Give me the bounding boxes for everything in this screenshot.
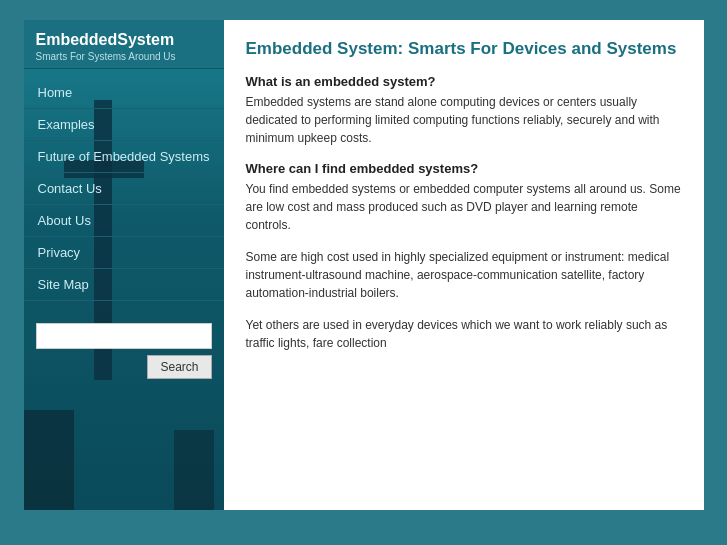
sidebar-header: EmbeddedSystem Smarts For Systems Around… — [24, 20, 224, 69]
content-section-2: Some are high cost used in highly specia… — [246, 248, 682, 302]
sidebar: EmbeddedSystem Smarts For Systems Around… — [24, 20, 224, 510]
site-title: EmbeddedSystem — [36, 30, 212, 49]
page-wrapper: EmbeddedSystem Smarts For Systems Around… — [24, 20, 704, 510]
main-content: Embedded System: Smarts For Devices and … — [224, 20, 704, 510]
nav-contact[interactable]: Contact Us — [24, 173, 224, 205]
section-text-3: Yet others are used in everyday devices … — [246, 316, 682, 352]
sections-container: What is an embedded system?Embedded syst… — [246, 74, 682, 352]
site-subtitle: Smarts For Systems Around Us — [36, 51, 212, 62]
section-text-1: You find embedded systems or embedded co… — [246, 180, 682, 234]
search-area: Search — [24, 311, 224, 367]
section-text-0: Embedded systems are stand alone computi… — [246, 93, 682, 147]
section-text-2: Some are high cost used in highly specia… — [246, 248, 682, 302]
content-section-0: What is an embedded system?Embedded syst… — [246, 74, 682, 147]
nav-menu: HomeExamplesFuture of Embedded SystemsCo… — [24, 77, 224, 301]
search-input[interactable] — [36, 323, 212, 349]
nav-sitemap[interactable]: Site Map — [24, 269, 224, 301]
section-heading-1: Where can I find embedded systems? — [246, 161, 682, 176]
section-heading-0: What is an embedded system? — [246, 74, 682, 89]
building-right — [174, 430, 214, 510]
site-title-regular: System — [117, 31, 174, 48]
content-section-1: Where can I find embedded systems?You fi… — [246, 161, 682, 234]
building-left — [24, 410, 74, 510]
nav-about[interactable]: About Us — [24, 205, 224, 237]
page-title: Embedded System: Smarts For Devices and … — [246, 38, 682, 60]
content-section-3: Yet others are used in everyday devices … — [246, 316, 682, 352]
search-button[interactable]: Search — [147, 355, 211, 379]
site-title-bold: Embedded — [36, 31, 118, 48]
nav-privacy[interactable]: Privacy — [24, 237, 224, 269]
nav-future[interactable]: Future of Embedded Systems — [24, 141, 224, 173]
nav-examples[interactable]: Examples — [24, 109, 224, 141]
nav-home[interactable]: Home — [24, 77, 224, 109]
